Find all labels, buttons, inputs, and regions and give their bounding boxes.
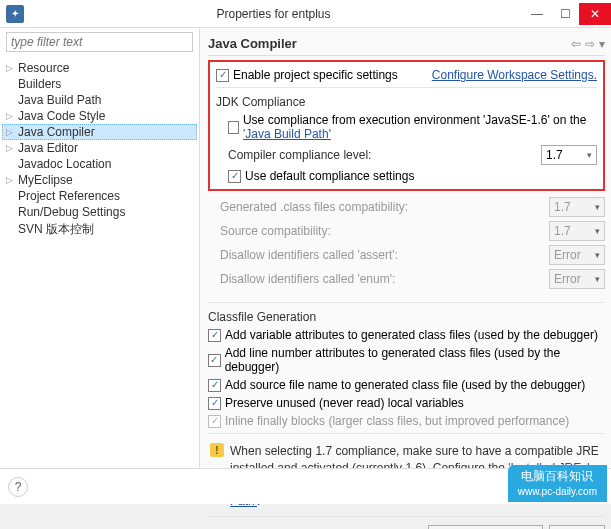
tree-item[interactable]: Javadoc Location: [2, 156, 197, 172]
cf-line-num[interactable]: ✓Add line number attributes to generated…: [208, 344, 605, 376]
tree-item[interactable]: ▷Java Compiler: [2, 124, 197, 140]
expand-arrow-icon: ▷: [6, 63, 18, 73]
filter-input[interactable]: [6, 32, 193, 52]
tree-item[interactable]: ▷Resource: [2, 60, 197, 76]
tree-item[interactable]: ▷Java Code Style: [2, 108, 197, 124]
generated-compat-label: Generated .class files compatibility:: [220, 200, 408, 214]
tree-item-label: Java Code Style: [18, 109, 105, 123]
right-panel: Java Compiler ⇦ ⇨ ▾ ✓ Enable project spe…: [200, 28, 611, 468]
tree-item[interactable]: Run/Debug Settings: [2, 204, 197, 220]
tree-item-label: Project References: [18, 189, 120, 203]
tree-item-label: MyEclipse: [18, 173, 73, 187]
app-icon: ✦: [6, 5, 24, 23]
tree-item-label: Java Editor: [18, 141, 78, 155]
configure-workspace-link[interactable]: Configure Workspace Settings.: [432, 68, 597, 82]
cf-inline-finally[interactable]: ✓Inline finally blocks (larger class fil…: [208, 412, 605, 430]
expand-arrow-icon: ▷: [6, 175, 18, 185]
source-compat-select: 1.7▾: [549, 221, 605, 241]
disallow-assert-select: Error▾: [549, 245, 605, 265]
tree-item-label: Java Build Path: [18, 93, 101, 107]
chevron-down-icon: ▾: [595, 202, 600, 212]
disallow-enum-select: Error▾: [549, 269, 605, 289]
menu-icon[interactable]: ▾: [599, 37, 605, 51]
compliance-level-select[interactable]: 1.7▾: [541, 145, 597, 165]
restore-defaults-button[interactable]: Restore Defaults: [428, 525, 543, 529]
enable-project-specific[interactable]: ✓ Enable project specific settings: [216, 66, 398, 84]
back-icon[interactable]: ⇦: [571, 37, 581, 51]
tree-item-label: Run/Debug Settings: [18, 205, 125, 219]
tree-item[interactable]: ▷Java Editor: [2, 140, 197, 156]
tree-item[interactable]: Builders: [2, 76, 197, 92]
apply-button[interactable]: Apply: [549, 525, 605, 529]
minimize-button[interactable]: —: [523, 3, 551, 25]
expand-arrow-icon: ▷: [6, 111, 18, 121]
expand-arrow-icon: ▷: [6, 143, 18, 153]
chevron-down-icon: ▾: [595, 226, 600, 236]
chevron-down-icon: ▾: [595, 250, 600, 260]
left-panel: ▷ResourceBuildersJava Build Path▷Java Co…: [0, 28, 200, 468]
highlighted-area: ✓ Enable project specific settings Confi…: [208, 60, 605, 191]
compliance-level-label: Compiler compliance level:: [228, 148, 371, 162]
tree-item-label: Javadoc Location: [18, 157, 111, 171]
tree-item[interactable]: ▷MyEclipse: [2, 172, 197, 188]
watermark: 电脑百科知识 www.pc-daily.com: [508, 465, 607, 502]
tree-item-label: Resource: [18, 61, 69, 75]
checkbox-icon: [228, 121, 239, 134]
classfile-group: Classfile Generation: [208, 306, 605, 326]
chevron-down-icon: ▾: [595, 274, 600, 284]
cf-var-attr[interactable]: ✓Add variable attributes to generated cl…: [208, 326, 605, 344]
tree-item[interactable]: SVN 版本控制: [2, 220, 197, 239]
checkbox-icon: ✓: [216, 69, 229, 82]
warning-icon: !: [210, 443, 224, 457]
cf-preserve-unused[interactable]: ✓Preserve unused (never read) local vari…: [208, 394, 605, 412]
tree-item[interactable]: Java Build Path: [2, 92, 197, 108]
generated-compat-select: 1.7▾: [549, 197, 605, 217]
close-button[interactable]: ✕: [579, 3, 611, 25]
checkbox-icon: ✓: [228, 170, 241, 183]
forward-icon[interactable]: ⇨: [585, 37, 595, 51]
tree-item[interactable]: Project References: [2, 188, 197, 204]
disallow-enum-label: Disallow identifiers called 'enum':: [220, 272, 395, 286]
tree-item-label: Java Compiler: [18, 125, 95, 139]
jdk-compliance-group: JDK Compliance: [216, 91, 597, 111]
java-build-path-link[interactable]: 'Java Build Path': [243, 127, 331, 141]
tree-item-label: SVN 版本控制: [18, 221, 94, 238]
maximize-button[interactable]: ☐: [551, 3, 579, 25]
disallow-assert-label: Disallow identifiers called 'assert':: [220, 248, 398, 262]
use-default-compliance-checkbox[interactable]: ✓ Use default compliance settings: [216, 167, 597, 185]
tree-item-label: Builders: [18, 77, 61, 91]
expand-arrow-icon: ▷: [6, 127, 18, 137]
source-compat-label: Source compatibility:: [220, 224, 331, 238]
help-button[interactable]: ?: [8, 477, 28, 497]
chevron-down-icon: ▾: [587, 150, 592, 160]
page-title: Java Compiler: [208, 36, 571, 51]
window-title: Properties for entplus: [24, 7, 523, 21]
use-execution-env-checkbox[interactable]: Use compliance from execution environmen…: [216, 111, 597, 143]
cf-src-name[interactable]: ✓Add source file name to generated class…: [208, 376, 605, 394]
nav-tree[interactable]: ▷ResourceBuildersJava Build Path▷Java Co…: [0, 56, 199, 468]
title-bar: ✦ Properties for entplus — ☐ ✕: [0, 0, 611, 28]
